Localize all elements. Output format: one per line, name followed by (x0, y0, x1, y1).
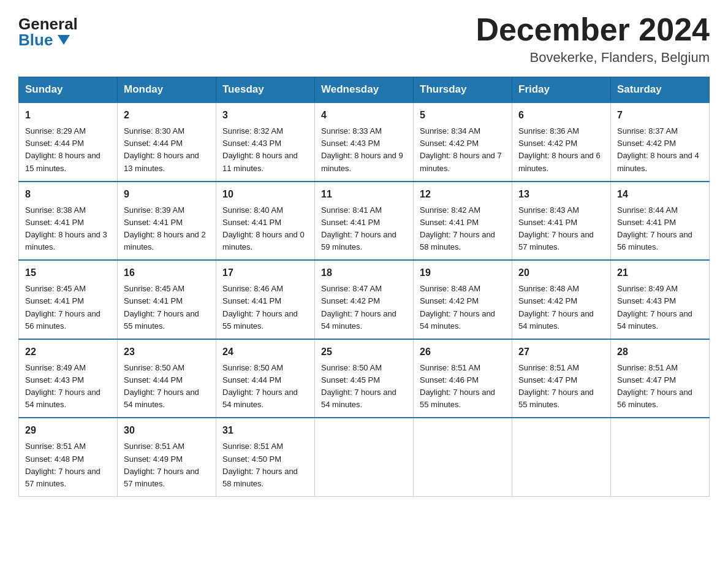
calendar-cell: 6Sunrise: 8:36 AMSunset: 4:42 PMDaylight… (512, 102, 611, 182)
day-number: 27 (518, 345, 604, 359)
calendar-cell: 27Sunrise: 8:51 AMSunset: 4:47 PMDayligh… (512, 339, 611, 418)
col-header-monday: Monday (118, 77, 216, 103)
calendar-cell: 12Sunrise: 8:42 AMSunset: 4:41 PMDayligh… (414, 182, 512, 261)
calendar-cell: 15Sunrise: 8:45 AMSunset: 4:41 PMDayligh… (19, 260, 118, 339)
day-info: Sunrise: 8:51 AMSunset: 4:47 PMDaylight:… (518, 362, 604, 412)
day-number: 23 (124, 345, 210, 359)
day-number: 4 (321, 108, 407, 123)
day-info: Sunrise: 8:50 AMSunset: 4:44 PMDaylight:… (222, 362, 308, 412)
logo-general: General (18, 16, 78, 32)
col-header-sunday: Sunday (19, 77, 118, 103)
day-info: Sunrise: 8:45 AMSunset: 4:41 PMDaylight:… (124, 283, 210, 332)
logo-blue-line: Blue (18, 32, 70, 48)
day-number: 2 (124, 108, 210, 123)
col-header-tuesday: Tuesday (216, 77, 315, 103)
day-info: Sunrise: 8:46 AMSunset: 4:41 PMDaylight:… (222, 283, 308, 332)
day-number: 8 (25, 187, 111, 202)
day-number: 30 (124, 423, 210, 438)
day-number: 13 (518, 187, 604, 202)
page-header: General Blue December 2024 Bovekerke, Fl… (18, 12, 710, 66)
calendar-cell: 21Sunrise: 8:49 AMSunset: 4:43 PMDayligh… (611, 260, 710, 339)
calendar-cell: 10Sunrise: 8:40 AMSunset: 4:41 PMDayligh… (216, 182, 315, 261)
calendar-cell (414, 418, 512, 496)
week-row-3: 15Sunrise: 8:45 AMSunset: 4:41 PMDayligh… (19, 260, 710, 339)
day-info: Sunrise: 8:51 AMSunset: 4:48 PMDaylight:… (25, 440, 111, 490)
calendar-cell (611, 418, 710, 496)
col-header-thursday: Thursday (414, 77, 512, 103)
col-header-friday: Friday (512, 77, 611, 103)
week-row-1: 1Sunrise: 8:29 AMSunset: 4:44 PMDaylight… (19, 102, 710, 182)
day-number: 5 (420, 108, 506, 123)
day-info: Sunrise: 8:51 AMSunset: 4:50 PMDaylight:… (222, 440, 308, 490)
col-header-wednesday: Wednesday (315, 77, 414, 103)
day-number: 15 (25, 266, 111, 280)
day-info: Sunrise: 8:40 AMSunset: 4:41 PMDaylight:… (222, 204, 308, 254)
logo: General Blue (18, 12, 78, 48)
day-info: Sunrise: 8:48 AMSunset: 4:42 PMDaylight:… (420, 283, 506, 332)
day-info: Sunrise: 8:36 AMSunset: 4:42 PMDaylight:… (518, 125, 604, 175)
location-subtitle: Bovekerke, Flanders, Belgium (476, 50, 710, 66)
title-area: December 2024 Bovekerke, Flanders, Belgi… (476, 12, 710, 66)
calendar-cell: 9Sunrise: 8:39 AMSunset: 4:41 PMDaylight… (118, 182, 216, 261)
calendar-cell: 17Sunrise: 8:46 AMSunset: 4:41 PMDayligh… (216, 260, 315, 339)
calendar-cell (315, 418, 414, 496)
day-number: 12 (420, 187, 506, 202)
day-number: 1 (25, 108, 111, 123)
day-number: 22 (25, 345, 111, 359)
day-info: Sunrise: 8:50 AMSunset: 4:44 PMDaylight:… (124, 362, 210, 412)
day-info: Sunrise: 8:41 AMSunset: 4:41 PMDaylight:… (321, 204, 407, 254)
day-info: Sunrise: 8:29 AMSunset: 4:44 PMDaylight:… (25, 125, 111, 175)
calendar-cell: 29Sunrise: 8:51 AMSunset: 4:48 PMDayligh… (19, 418, 118, 496)
day-info: Sunrise: 8:50 AMSunset: 4:45 PMDaylight:… (321, 362, 407, 412)
day-number: 14 (617, 187, 703, 202)
calendar-cell: 1Sunrise: 8:29 AMSunset: 4:44 PMDaylight… (19, 102, 118, 182)
week-row-5: 29Sunrise: 8:51 AMSunset: 4:48 PMDayligh… (19, 418, 710, 496)
day-number: 26 (420, 345, 506, 359)
calendar-cell: 8Sunrise: 8:38 AMSunset: 4:41 PMDaylight… (19, 182, 118, 261)
calendar-cell: 14Sunrise: 8:44 AMSunset: 4:41 PMDayligh… (611, 182, 710, 261)
col-header-saturday: Saturday (611, 77, 710, 103)
day-number: 17 (222, 266, 308, 280)
day-number: 3 (222, 108, 308, 123)
day-info: Sunrise: 8:39 AMSunset: 4:41 PMDaylight:… (124, 204, 210, 254)
day-number: 24 (222, 345, 308, 359)
day-info: Sunrise: 8:48 AMSunset: 4:42 PMDaylight:… (518, 283, 604, 332)
calendar-cell (512, 418, 611, 496)
calendar-cell: 7Sunrise: 8:37 AMSunset: 4:42 PMDaylight… (611, 102, 710, 182)
logo-triangle-icon (58, 35, 70, 45)
day-number: 20 (518, 266, 604, 280)
day-info: Sunrise: 8:42 AMSunset: 4:41 PMDaylight:… (420, 204, 506, 254)
calendar-cell: 5Sunrise: 8:34 AMSunset: 4:42 PMDaylight… (414, 102, 512, 182)
week-row-2: 8Sunrise: 8:38 AMSunset: 4:41 PMDaylight… (19, 182, 710, 261)
calendar-cell: 19Sunrise: 8:48 AMSunset: 4:42 PMDayligh… (414, 260, 512, 339)
calendar-header-row: SundayMondayTuesdayWednesdayThursdayFrid… (19, 77, 710, 103)
calendar-cell: 26Sunrise: 8:51 AMSunset: 4:46 PMDayligh… (414, 339, 512, 418)
calendar-cell: 22Sunrise: 8:49 AMSunset: 4:43 PMDayligh… (19, 339, 118, 418)
day-number: 6 (518, 108, 604, 123)
calendar-cell: 28Sunrise: 8:51 AMSunset: 4:47 PMDayligh… (611, 339, 710, 418)
day-info: Sunrise: 8:38 AMSunset: 4:41 PMDaylight:… (25, 204, 111, 254)
day-info: Sunrise: 8:47 AMSunset: 4:42 PMDaylight:… (321, 283, 407, 332)
calendar-cell: 30Sunrise: 8:51 AMSunset: 4:49 PMDayligh… (118, 418, 216, 496)
calendar-cell: 23Sunrise: 8:50 AMSunset: 4:44 PMDayligh… (118, 339, 216, 418)
day-number: 29 (25, 423, 111, 438)
calendar-table: SundayMondayTuesdayWednesdayThursdayFrid… (18, 77, 710, 497)
week-row-4: 22Sunrise: 8:49 AMSunset: 4:43 PMDayligh… (19, 339, 710, 418)
calendar-cell: 13Sunrise: 8:43 AMSunset: 4:41 PMDayligh… (512, 182, 611, 261)
day-info: Sunrise: 8:51 AMSunset: 4:49 PMDaylight:… (124, 440, 210, 490)
calendar-cell: 20Sunrise: 8:48 AMSunset: 4:42 PMDayligh… (512, 260, 611, 339)
day-info: Sunrise: 8:45 AMSunset: 4:41 PMDaylight:… (25, 283, 111, 332)
calendar-cell: 31Sunrise: 8:51 AMSunset: 4:50 PMDayligh… (216, 418, 315, 496)
calendar-cell: 24Sunrise: 8:50 AMSunset: 4:44 PMDayligh… (216, 339, 315, 418)
calendar-cell: 3Sunrise: 8:32 AMSunset: 4:43 PMDaylight… (216, 102, 315, 182)
day-number: 18 (321, 266, 407, 280)
day-info: Sunrise: 8:32 AMSunset: 4:43 PMDaylight:… (222, 125, 308, 175)
day-info: Sunrise: 8:34 AMSunset: 4:42 PMDaylight:… (420, 125, 506, 175)
day-info: Sunrise: 8:30 AMSunset: 4:44 PMDaylight:… (124, 125, 210, 175)
calendar-cell: 11Sunrise: 8:41 AMSunset: 4:41 PMDayligh… (315, 182, 414, 261)
calendar-cell: 2Sunrise: 8:30 AMSunset: 4:44 PMDaylight… (118, 102, 216, 182)
day-number: 7 (617, 108, 703, 123)
day-info: Sunrise: 8:33 AMSunset: 4:43 PMDaylight:… (321, 125, 407, 175)
calendar-cell: 25Sunrise: 8:50 AMSunset: 4:45 PMDayligh… (315, 339, 414, 418)
day-info: Sunrise: 8:44 AMSunset: 4:41 PMDaylight:… (617, 204, 703, 254)
